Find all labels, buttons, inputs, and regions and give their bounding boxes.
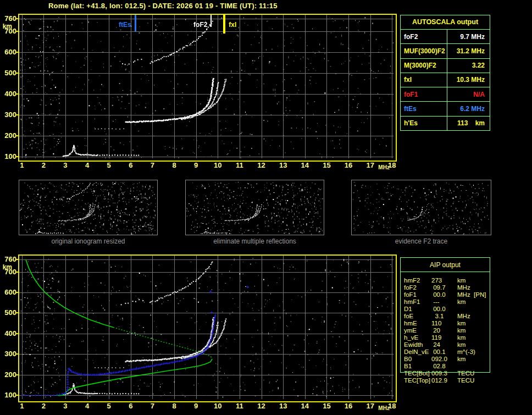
ionogram-plot-top [18,14,397,162]
x-axis-tick-label: 1 [20,161,24,169]
y-axis-tick-label: 600 [0,48,16,56]
x-axis-tick-label: 5 [107,402,111,410]
parameter-name: foF2 [401,33,418,41]
parameter-name: Ewidth [404,341,423,348]
aip-table-rows: hmF2273kmfoF2 09.7MHzfoF1 00.0MHz [PN]hm… [400,277,490,384]
parameter-unit: MHz [457,284,470,291]
parameter-name: fxI [401,76,412,84]
x-axis-tick-label: 17 [366,161,374,169]
x-axis-tick-label: 16 [345,161,352,169]
x-axis-tick-label: 9 [194,161,198,169]
parameter-unit: km [457,341,465,348]
y-axis-tick-mark [16,353,18,355]
parameter-name: h_vE [404,334,418,341]
y-axis-tick-mark [16,31,18,32]
table-column-divider [447,29,447,130]
y-axis-tick-label: 760 [0,255,16,263]
x-axis-tick-label: 9 [194,402,198,410]
parameter-value: 02.8 [431,363,446,370]
thumbnail-canvas [19,180,157,235]
y-axis-unit-label: km [0,263,12,271]
x-axis-tick-label: 13 [279,402,287,410]
y-axis-tick-mark [16,259,18,260]
y-axis-tick-mark [16,18,18,19]
x-axis-tick-label: 11 [236,402,243,410]
thumbnail-caption: eliminate multiple reflections [185,237,324,245]
parameter-unit: km [457,320,465,327]
foF2-marker-label: foF2 [193,21,207,29]
aip-output-table: AIP output hmF2273kmfoF2 09.7MHzfoF1 00.… [400,257,490,272]
parameter-name: DelN_vE [404,348,429,356]
parameter-name: TEC[Top] [404,377,430,384]
parameter-unit: km [457,277,465,284]
parameter-name: h'Es [401,119,418,127]
x-axis-tick-label: 4 [85,402,89,410]
y-axis-tick-mark [16,73,18,74]
thumbnail-panel [351,180,491,235]
y-axis-tick-label: 100 [0,391,16,399]
autoscala-table-title: AUTOSCALA output [401,15,490,30]
fxI-marker-label: fxI [229,21,236,29]
x-axis-unit-label: MHz [378,405,390,411]
parameter-value: 092.0 [431,356,447,363]
table-row: B0092.0km [400,356,490,363]
parameter-value: 113 km [442,119,490,127]
table-row: ymE 20km [400,327,490,334]
parameter-name: hmE [404,320,417,327]
thumbnail-panel [19,180,158,235]
table-row: TEC[Top]012.9TECU [400,377,490,384]
y-axis-tick-label: 500 [0,69,16,77]
parameter-value: 10.3 MHz [442,76,490,84]
x-axis-tick-label: 14 [301,161,309,169]
autoscala-table-rows: foF29.7 MHzMUF(3000)F231.2 MHzM(3000)F23… [401,30,490,130]
x-axis-tick-label: 10 [214,161,221,169]
y-axis-tick-mark [16,93,18,95]
table-row: Ewidth 24km [400,341,490,348]
foF2-marker-line [210,15,212,27]
parameter-value: 00.0 [431,291,446,298]
ionogram-canvas-top [19,15,394,158]
table-row: D1 00.0 [400,306,490,313]
parameter-unit: km [457,298,465,306]
x-axis-tick-label: 3 [63,161,67,169]
y-axis-tick-label: 200 [0,131,16,140]
y-axis-tick-mark [16,52,18,53]
parameter-value: 110 [431,320,441,327]
ftEs-marker-label: ftEs [119,21,131,29]
thumbnail-caption: original ionogram resized [19,237,158,245]
y-axis-tick-label: 400 [0,329,16,337]
table-row: foF2 09.7MHz [400,284,490,291]
x-axis-tick-label: 7 [151,161,154,169]
parameter-value: 00.1 [431,348,446,356]
parameter-name: TEC[Bot] [404,370,430,377]
parameter-value: 009.3 [431,370,447,377]
ftEs-marker-line [135,15,136,31]
y-axis-tick-mark [16,292,18,293]
x-axis-unit-label: MHz [378,164,390,170]
y-axis-tick-label: 600 [0,288,16,296]
y-axis-tick-mark [16,374,18,375]
x-axis-tick-label: 8 [172,161,176,169]
y-axis-tick-mark [16,395,18,396]
x-axis-tick-label: 12 [257,402,265,410]
x-axis-tick-label: 2 [42,161,46,169]
parameter-value: 3.1 [431,313,444,320]
parameter-value: 119 [431,334,441,341]
parameter-name: MUF(3000)F2 [401,47,445,55]
parameter-name: foF1 [401,91,418,98]
table-row: M(3000)F23.22 [401,58,490,73]
y-axis-tick-label: 100 [0,152,16,161]
parameter-name: ymE [404,327,417,334]
parameter-unit: TECU [457,377,474,384]
x-axis-tick-label: 12 [257,161,265,169]
x-axis-tick-label: 6 [129,161,132,169]
x-axis-tick-label: 1 [20,402,24,410]
thumbnail-caption: evidence F2 trace [351,237,491,245]
aip-table-title: AIP output [400,257,490,272]
parameter-value: 012.9 [431,377,447,384]
parameter-name: foE [404,313,413,320]
y-axis-tick-mark [16,312,18,313]
parameter-name: D1 [404,306,412,313]
x-axis-tick-label: 17 [366,402,374,410]
y-axis-tick-label: 760 [0,14,16,23]
